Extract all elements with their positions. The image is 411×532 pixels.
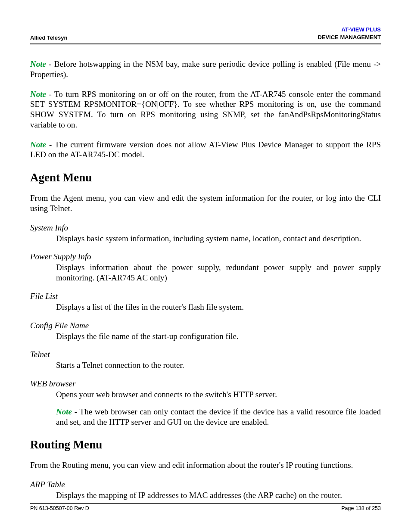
agent-item: System Info Displays basic system inform… <box>30 223 381 244</box>
note-text: - To turn RPS monitoring on or off on th… <box>30 90 381 129</box>
routing-item: ARP Table Displays the mapping of IP add… <box>30 480 381 501</box>
note-text: - The web browser can only contact the d… <box>56 407 381 426</box>
term-label: Power Supply Info <box>30 252 381 261</box>
term-definition: Displays the mapping of IP addresses to … <box>56 490 381 501</box>
note-label: Note <box>30 140 46 149</box>
agent-item: Power Supply Info Displays information a… <box>30 252 381 283</box>
note-paragraph: Note - To turn RPS monitoring on or off … <box>30 89 381 130</box>
document-page: Allied Telesyn AT-VIEW PLUS DEVICE MANAG… <box>0 0 411 532</box>
agent-item: WEB browser Opens your web browser and c… <box>30 379 381 427</box>
term-definition: Starts a Telnet connection to the router… <box>56 360 381 370</box>
term-label: Config File Name <box>30 321 381 330</box>
term-label: System Info <box>30 223 381 233</box>
term-label: WEB browser <box>30 379 381 389</box>
routing-intro: From the Routing menu, you can view and … <box>30 460 381 470</box>
agent-item: Telnet Starts a Telnet connection to the… <box>30 350 381 370</box>
header-right: AT-VIEW PLUS DEVICE MANAGEMENT <box>318 26 381 41</box>
header-product: AT-VIEW PLUS <box>318 26 381 34</box>
footer-right: Page 138 of 253 <box>341 505 381 511</box>
note-paragraph: Note - The current firmware version does… <box>30 140 381 160</box>
agent-intro: From the Agent menu, you can view and ed… <box>30 193 381 214</box>
agent-menu-heading: Agent Menu <box>30 171 381 184</box>
term-definition: Displays information about the power sup… <box>56 262 381 283</box>
term-label: Telnet <box>30 350 381 359</box>
note-label: Note <box>56 407 72 416</box>
term-definition: Displays the file name of the start-up c… <box>56 331 381 342</box>
footer-left: PN 613-50507-00 Rev D <box>30 505 89 511</box>
agent-item: Config File Name Displays the file name … <box>30 321 381 342</box>
term-label: File List <box>30 292 381 301</box>
header-left: Allied Telesyn <box>30 34 67 41</box>
agent-item: File List Displays a list of the files i… <box>30 292 381 312</box>
term-definition: Displays a list of the files in the rout… <box>56 302 381 312</box>
term-label: ARP Table <box>30 480 381 489</box>
header-section: DEVICE MANAGEMENT <box>318 34 381 41</box>
note-label: Note <box>30 59 46 68</box>
note-label: Note <box>30 90 46 99</box>
routing-menu-heading: Routing Menu <box>30 438 381 451</box>
note-paragraph: Note - Before hotswapping in the NSM bay… <box>30 59 381 80</box>
term-definition: Opens your web browser and connects to t… <box>56 389 381 400</box>
term-definition: Displays basic system information, inclu… <box>56 233 381 244</box>
page-header: Allied Telesyn AT-VIEW PLUS DEVICE MANAG… <box>30 26 381 44</box>
note-text: - Before hotswapping in the NSM bay, mak… <box>30 59 381 79</box>
page-content: Note - Before hotswapping in the NSM bay… <box>30 59 381 501</box>
term-note: Note - The web browser can only contact … <box>56 407 381 427</box>
page-footer: PN 613-50507-00 Rev D Page 138 of 253 <box>30 503 381 511</box>
note-text: - The current firmware version does not … <box>30 140 381 159</box>
